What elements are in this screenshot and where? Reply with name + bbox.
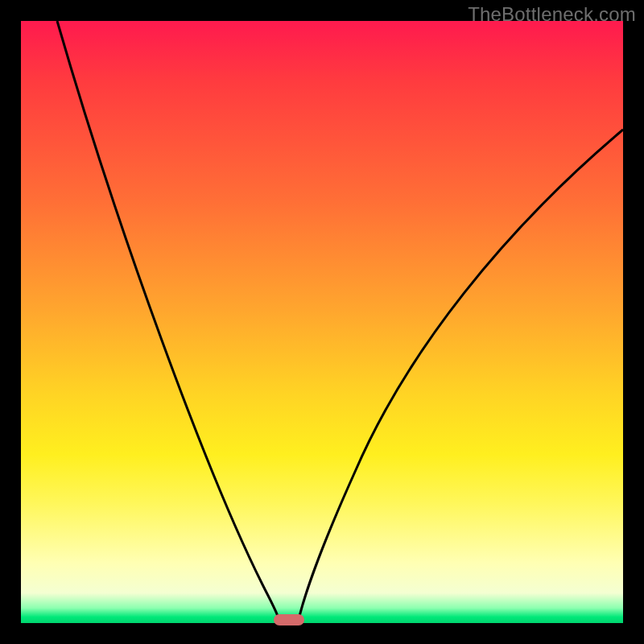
plot-area (21, 21, 623, 623)
bottleneck-marker (274, 614, 304, 625)
curve-left-branch (57, 21, 280, 623)
chart-frame: TheBottleneck.com (0, 0, 644, 644)
curve-right-branch (298, 130, 623, 623)
curve-layer (21, 21, 623, 623)
